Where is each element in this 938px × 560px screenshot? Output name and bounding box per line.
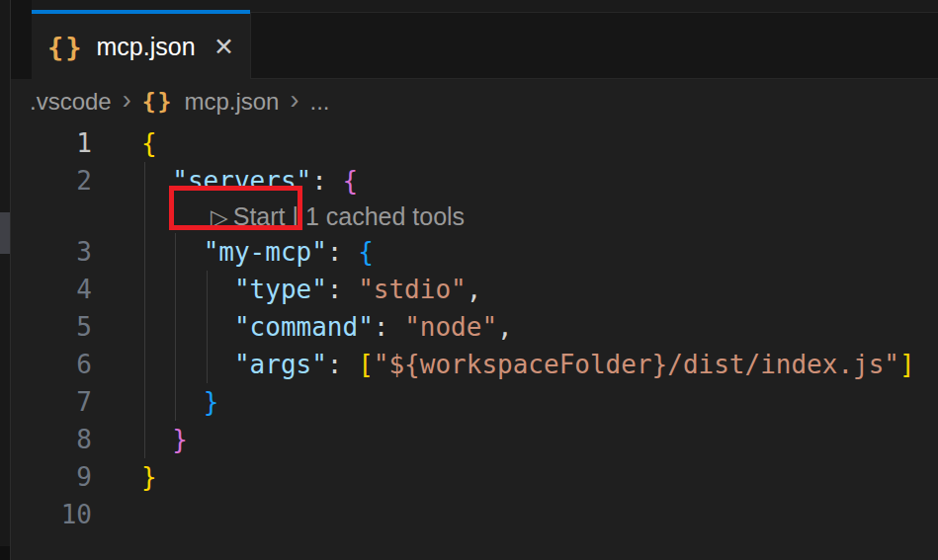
code-line-5: 5 "command": "node", bbox=[10, 308, 938, 346]
left-panel-edge bbox=[0, 0, 11, 560]
panel-edge-bottom-segment bbox=[0, 546, 10, 560]
code-line-9: 9} bbox=[10, 458, 938, 496]
code-token bbox=[141, 237, 204, 267]
code-token: "args" bbox=[234, 350, 327, 379]
code-token bbox=[141, 350, 234, 379]
code-content: } bbox=[141, 383, 218, 421]
code-line-1: 1{ bbox=[10, 124, 938, 162]
code-line-7: 7 } bbox=[10, 383, 938, 421]
code-token: , bbox=[497, 312, 513, 342]
code-token: ] bbox=[899, 350, 915, 379]
line-number: 9 bbox=[10, 458, 92, 496]
code-token bbox=[141, 166, 172, 196]
code-token bbox=[141, 275, 234, 304]
line-number bbox=[10, 200, 92, 233]
json-braces-icon: {} bbox=[142, 91, 174, 114]
code-token: : bbox=[327, 350, 358, 379]
annotation-box bbox=[169, 186, 302, 230]
code-line-3: 3 "my-mcp": { bbox=[10, 233, 938, 271]
tab-label: mcp.json bbox=[97, 33, 196, 61]
line-number: 1 bbox=[10, 124, 92, 162]
line-number: 10 bbox=[10, 496, 92, 533]
code-token: : bbox=[374, 312, 404, 342]
breadcrumb-symbol-tail[interactable]: ... bbox=[309, 88, 329, 116]
code-token bbox=[141, 387, 204, 417]
code-line-4: 4 "type": "stdio", bbox=[10, 271, 938, 308]
code-content: "args": ["${workspaceFolder}/dist/index.… bbox=[141, 346, 915, 383]
code-token: "stdio" bbox=[358, 275, 467, 304]
tab-bar-left-gap bbox=[11, 0, 32, 79]
breadcrumb: .vscode › {} mcp.json › ... bbox=[30, 83, 329, 120]
code-token: [ bbox=[358, 350, 374, 379]
code-token: } bbox=[141, 462, 157, 492]
code-token bbox=[141, 312, 234, 342]
code-line-10: 10 bbox=[10, 496, 938, 533]
code-token: : bbox=[327, 237, 358, 267]
chevron-right-icon: › bbox=[123, 87, 131, 117]
line-number: 2 bbox=[10, 162, 92, 200]
codelens-row: ▷Start | 1 cached tools bbox=[10, 200, 938, 233]
code-content: } bbox=[141, 421, 188, 458]
line-number: 3 bbox=[10, 233, 92, 271]
code-line-6: 6 "args": ["${workspaceFolder}/dist/inde… bbox=[10, 346, 938, 383]
tab-mcp-json[interactable]: {} mcp.json ✕ bbox=[32, 10, 250, 79]
code-token: "${workspaceFolder}/dist/index.js" bbox=[374, 350, 899, 379]
code-token: { bbox=[343, 166, 359, 196]
code-line-8: 8 } bbox=[10, 421, 938, 458]
code-token: { bbox=[358, 237, 374, 267]
code-content: "my-mcp": { bbox=[141, 233, 374, 271]
code-token: : bbox=[327, 275, 358, 304]
code-token bbox=[141, 425, 172, 454]
code-content: "type": "stdio", bbox=[141, 271, 481, 308]
line-number: 5 bbox=[10, 308, 92, 346]
code-content: { bbox=[141, 124, 157, 162]
line-number: 4 bbox=[10, 271, 92, 308]
breadcrumb-file[interactable]: mcp.json bbox=[184, 88, 279, 116]
line-number: 7 bbox=[10, 383, 92, 421]
code-token: "type" bbox=[234, 275, 327, 304]
codelens-cached-tools-link[interactable]: 1 cached tools bbox=[305, 202, 465, 230]
tab-bar: {} mcp.json ✕ bbox=[11, 0, 938, 79]
code-token: , bbox=[467, 275, 482, 304]
close-icon[interactable]: ✕ bbox=[213, 35, 234, 59]
code-token: } bbox=[172, 425, 188, 454]
code-lines[interactable]: 1{2 "servers": {▷Start | 1 cached tools3… bbox=[10, 124, 938, 533]
panel-scrollbar-thumb[interactable] bbox=[0, 212, 10, 254]
chevron-right-icon: › bbox=[290, 87, 298, 117]
code-content: "command": "node", bbox=[141, 308, 513, 346]
code-token: "node" bbox=[404, 312, 497, 342]
code-token: { bbox=[141, 128, 157, 158]
code-token: "my-mcp" bbox=[204, 237, 327, 267]
code-content: } bbox=[141, 458, 157, 496]
code-token: "command" bbox=[234, 312, 374, 342]
json-braces-icon: {} bbox=[47, 34, 84, 60]
code-token: : bbox=[311, 166, 342, 196]
breadcrumb-folder[interactable]: .vscode bbox=[30, 88, 112, 116]
line-number: 8 bbox=[10, 421, 92, 458]
code-token: } bbox=[204, 387, 219, 417]
tab-bar-empty-area bbox=[250, 12, 938, 79]
code-line-2: 2 "servers": { bbox=[10, 162, 938, 200]
line-number: 6 bbox=[10, 346, 92, 383]
